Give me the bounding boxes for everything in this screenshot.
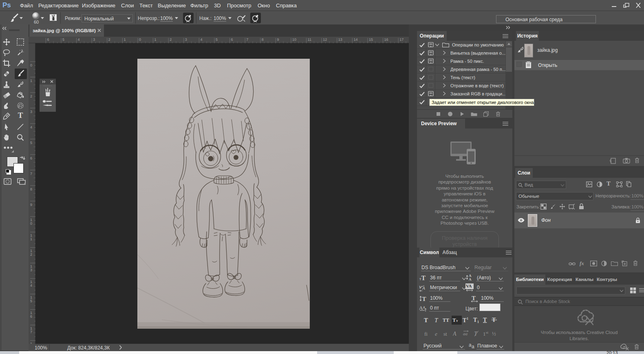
svg-text:6: 6 xyxy=(231,38,233,42)
svg-text:T: T xyxy=(473,317,477,323)
svg-text:10: 10 xyxy=(292,38,296,42)
svg-text:1: 1 xyxy=(477,320,479,324)
svg-text:17: 17 xyxy=(399,38,404,42)
svg-text:2: 2 xyxy=(30,252,32,257)
svg-text:6: 6 xyxy=(30,156,32,160)
svg-text:7: 7 xyxy=(246,38,248,42)
svg-text:5: 5 xyxy=(216,38,218,42)
svg-text:12: 12 xyxy=(323,38,327,42)
svg-text:2: 2 xyxy=(108,38,110,42)
svg-text:1: 1 xyxy=(483,331,486,337)
svg-text:6: 6 xyxy=(47,38,49,42)
svg-text:4: 4 xyxy=(78,38,80,42)
svg-text:T: T xyxy=(463,317,467,323)
svg-text:T: T xyxy=(452,317,456,323)
svg-text:9: 9 xyxy=(277,38,279,42)
svg-text:0: 0 xyxy=(30,63,32,67)
svg-text:½: ½ xyxy=(492,331,496,337)
svg-text:3: 3 xyxy=(30,268,32,272)
svg-text:0: 0 xyxy=(30,221,32,226)
svg-text:1: 1 xyxy=(30,237,32,241)
svg-text:5: 5 xyxy=(30,141,32,145)
svg-text:1: 1 xyxy=(30,79,32,83)
svg-text:14: 14 xyxy=(353,38,357,42)
svg-text:8: 8 xyxy=(30,187,32,191)
svg-text:T: T xyxy=(474,331,478,337)
svg-text:7: 7 xyxy=(30,330,32,334)
svg-text:TT: TT xyxy=(443,317,449,323)
svg-text:T: T xyxy=(424,317,428,323)
svg-text:A: A xyxy=(422,285,425,290)
svg-text:0: 0 xyxy=(139,38,141,42)
svg-text:1: 1 xyxy=(154,38,157,42)
svg-text:3: 3 xyxy=(93,38,95,42)
svg-text:5: 5 xyxy=(62,38,64,42)
svg-text:А: А xyxy=(469,277,472,281)
svg-text:8: 8 xyxy=(262,38,264,42)
svg-text:e: e xyxy=(435,331,437,337)
svg-text:T: T xyxy=(483,317,487,323)
svg-text:1: 1 xyxy=(124,38,126,42)
svg-text:7: 7 xyxy=(30,172,32,176)
svg-text:aa: aa xyxy=(463,331,468,336)
svg-text:A: A xyxy=(453,331,457,337)
svg-text:st: st xyxy=(486,330,489,334)
svg-text:3: 3 xyxy=(185,38,187,42)
svg-text:А: А xyxy=(419,305,423,311)
svg-text:4: 4 xyxy=(30,125,32,129)
svg-text:а: а xyxy=(423,305,425,309)
svg-text:4: 4 xyxy=(200,38,202,42)
svg-text:st: st xyxy=(443,331,447,337)
svg-text:15: 15 xyxy=(369,38,373,42)
svg-text:1: 1 xyxy=(467,317,468,321)
svg-text:a: a xyxy=(472,344,474,349)
svg-text:a: a xyxy=(469,342,472,348)
svg-text:т: т xyxy=(456,319,458,323)
svg-text:2: 2 xyxy=(170,38,172,42)
svg-text:T: T xyxy=(434,317,439,323)
svg-text:11: 11 xyxy=(308,38,311,42)
svg-text:9: 9 xyxy=(30,203,32,207)
svg-text:4: 4 xyxy=(30,283,32,288)
svg-text:3: 3 xyxy=(30,110,32,114)
svg-text:T: T xyxy=(472,295,476,301)
svg-text:13: 13 xyxy=(338,38,342,42)
svg-text:2: 2 xyxy=(30,94,32,98)
svg-text:6: 6 xyxy=(30,314,32,319)
svg-text:T: T xyxy=(422,296,426,302)
svg-text:5: 5 xyxy=(30,299,32,303)
svg-text:fi: fi xyxy=(424,331,428,337)
svg-text:16: 16 xyxy=(384,38,388,42)
